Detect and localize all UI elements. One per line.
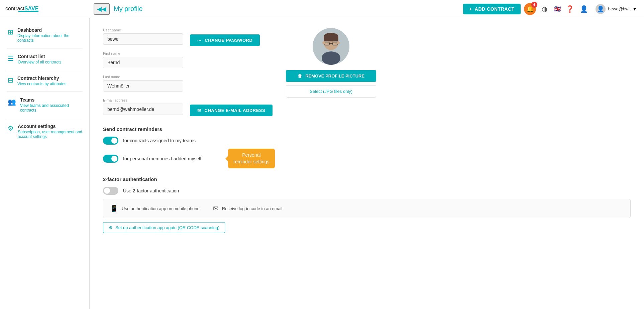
- reminders-title: Send contract reminders: [103, 126, 631, 132]
- profile-avatar: [313, 28, 349, 65]
- sidebar-divider-2: [7, 70, 83, 70]
- change-email-button[interactable]: ✉ CHANGE E-MAIL ADDRESS: [190, 105, 273, 116]
- avatar-icon: 👤: [597, 5, 604, 13]
- last-name-field: Last name: [103, 75, 273, 92]
- contract-list-icon: ☰: [8, 54, 14, 62]
- remove-picture-label: REMOVE PROFILE PICTURE: [305, 73, 364, 79]
- sidebar-title-contract-hierarchy: Contract hierarchy: [17, 75, 83, 81]
- profile-form-left: User name ··· CHANGE PASSWORD First name…: [103, 28, 273, 116]
- add-contract-button[interactable]: + ADD CONTRACT: [463, 4, 520, 14]
- two-factor-toggle[interactable]: [103, 187, 118, 195]
- plus-icon: +: [469, 6, 472, 12]
- logo-underline: [18, 11, 38, 12]
- logo-save: SAVE: [24, 6, 38, 11]
- svg-rect-3: [324, 37, 338, 41]
- header-left: contractSAVE ◀◀ My profile: [0, 3, 143, 15]
- username-label: User name: [103, 28, 183, 32]
- change-password-button[interactable]: ··· CHANGE PASSWORD: [190, 34, 260, 46]
- teams-reminder-slider: [103, 137, 118, 145]
- reminders-section: Send contract reminders for contracts as…: [103, 126, 631, 168]
- two-factor-options-box: 📱 Use authentication app on mobile phone…: [103, 199, 631, 218]
- notifications-badge: 4: [531, 2, 537, 8]
- sidebar-item-dashboard[interactable]: ⊞ Dashboard Display information about th…: [0, 23, 89, 47]
- teams-icon: 👥: [8, 98, 16, 106]
- collapse-sidebar-button[interactable]: ◀◀: [94, 3, 110, 15]
- twofa-option-app-label: Use authentication app on mobile phone: [122, 206, 200, 211]
- first-name-label: First name: [103, 51, 273, 55]
- sidebar-title-dashboard: Dashboard: [17, 27, 83, 33]
- teams-reminder-row: for contracts assigned to my teams: [103, 137, 631, 145]
- language-flag-icon: 🇬🇧: [553, 6, 561, 12]
- sidebar-divider-3: [7, 92, 83, 92]
- select-file-label: Select (JPG files only): [310, 89, 352, 94]
- select-file-button[interactable]: Select (JPG files only): [286, 85, 376, 98]
- help-button[interactable]: ❓: [565, 4, 575, 14]
- account-settings-icon: ⚙: [8, 124, 14, 132]
- chevron-down-icon: ▾: [633, 6, 636, 12]
- sidebar-title-account-settings: Account settings: [18, 124, 83, 129]
- setup-auth-app-button[interactable]: ⚙ Set up authentication app again (QR CO…: [103, 222, 225, 233]
- sidebar-item-teams[interactable]: 👥 Teams View teams and associated contra…: [0, 93, 89, 117]
- first-name-input[interactable]: [103, 57, 183, 68]
- password-icon: ···: [197, 38, 201, 43]
- sidebar-text-teams: Teams View teams and associated contract…: [20, 97, 83, 113]
- svg-point-8: [322, 41, 325, 44]
- personal-reminder-label: for personal memories I added myself: [123, 156, 201, 161]
- sidebar-text-dashboard: Dashboard Display information about the …: [17, 27, 83, 43]
- two-factor-slider: [103, 187, 118, 195]
- gear-qr-icon: ⚙: [109, 225, 113, 230]
- avatar: 👤: [596, 4, 606, 14]
- twofa-option-email-label: Receive log-in code in an email: [222, 206, 283, 211]
- callout-tooltip: Personal reminder settings: [228, 149, 275, 168]
- teams-reminder-toggle[interactable]: [103, 137, 118, 145]
- help-icon: ❓: [566, 5, 574, 13]
- two-factor-title: 2-factor authentication: [103, 176, 631, 182]
- sidebar-divider-4: [7, 118, 83, 118]
- logo-wrapper: contractSAVE: [5, 6, 38, 12]
- personal-reminder-row-wrapper: for personal memories I added myself Per…: [103, 149, 631, 168]
- two-factor-toggle-row: Use 2-factor authentication: [103, 187, 631, 195]
- logo: contractSAVE: [0, 6, 90, 12]
- personal-reminder-row: for personal memories I added myself: [103, 155, 201, 163]
- teams-reminder-label: for contracts assigned to my teams: [123, 138, 196, 143]
- notifications-button[interactable]: 🔔 4: [524, 3, 536, 15]
- sidebar-item-contract-list[interactable]: ☰ Contract list Overview of all contract…: [0, 50, 89, 68]
- contract-hierarchy-icon: ⊟: [8, 76, 13, 84]
- two-factor-section: 2-factor authentication Use 2-factor aut…: [103, 176, 631, 233]
- svg-point-9: [337, 41, 340, 44]
- sidebar-subtitle-contract-list: Overview of all contracts: [18, 60, 83, 64]
- personal-reminder-toggle[interactable]: [103, 155, 118, 163]
- callout-wrapper: Personal reminder settings: [228, 149, 275, 168]
- sidebar-subtitle-dashboard: Display information about the contracts: [17, 33, 83, 43]
- twofa-option-email: ✉ Receive log-in code in an email: [213, 204, 283, 212]
- first-name-field: First name: [103, 51, 273, 68]
- sidebar-item-contract-hierarchy[interactable]: ⊟ Contract hierarchy View contracts by a…: [0, 71, 89, 90]
- page-title: My profile: [114, 5, 143, 13]
- main-layout: ⊞ Dashboard Display information about th…: [0, 18, 644, 309]
- last-name-input[interactable]: [103, 80, 183, 92]
- email-row: E-mail address ✉ CHANGE E-MAIL ADDRESS: [103, 98, 273, 116]
- change-email-label: CHANGE E-MAIL ADDRESS: [205, 108, 265, 113]
- profile-top-section: User name ··· CHANGE PASSWORD First name…: [103, 28, 631, 116]
- email-input[interactable]: [103, 104, 183, 115]
- twofa-option-app: 📱 Use authentication app on mobile phone: [110, 204, 200, 212]
- svg-point-7: [322, 51, 340, 65]
- avatar-svg: [313, 28, 349, 65]
- sidebar-text-account-settings: Account settings Subscription, user mana…: [18, 124, 83, 139]
- sidebar: ⊞ Dashboard Display information about th…: [0, 18, 90, 309]
- email-icon: ✉: [197, 108, 201, 113]
- user-profile-dropdown[interactable]: 👤 bewe@bwit ▾: [593, 3, 639, 15]
- dashboard-icon: ⊞: [8, 28, 13, 36]
- header-right: + ADD CONTRACT 🔔 4 ◑ 🇬🇧 ❓ 👤 👤 bewe@bwit …: [463, 3, 639, 15]
- email-label: E-mail address: [103, 98, 183, 102]
- personal-reminder-slider: [103, 155, 118, 163]
- sidebar-text-contract-hierarchy: Contract hierarchy View contracts by att…: [17, 75, 83, 86]
- email-field: E-mail address: [103, 98, 183, 115]
- username-input[interactable]: [103, 33, 183, 45]
- setup-btn-label: Set up authentication app again (QR CODE…: [115, 225, 219, 230]
- theme-toggle-button[interactable]: ◑: [539, 4, 550, 14]
- sidebar-item-account-settings[interactable]: ⚙ Account settings Subscription, user ma…: [0, 120, 89, 143]
- user-icon-button[interactable]: 👤: [579, 4, 589, 14]
- remove-picture-button[interactable]: 🗑 REMOVE PROFILE PICTURE: [286, 70, 376, 82]
- sidebar-subtitle-account-settings: Subscription, user management and accoun…: [18, 130, 83, 139]
